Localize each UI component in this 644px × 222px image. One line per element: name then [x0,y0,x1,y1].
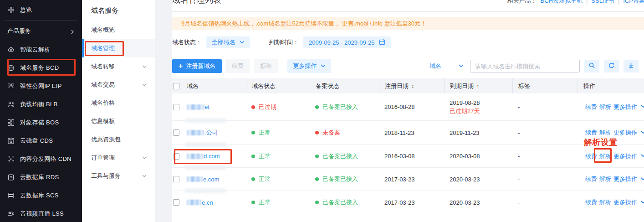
resolve-link[interactable]: 解析 [599,175,611,183]
renew-link[interactable]: 续费 [585,198,597,207]
renew-link[interactable]: 续费 [585,175,597,183]
card-header: 域名管理列表 相关产品： BCH云虚拟主机 | SSL证书 | ICP备案 [172,0,644,12]
status-dot [315,155,319,158]
sidebar-item-rds[interactable]: 云数据库 RDS [0,168,82,186]
row-checkbox[interactable] [173,129,179,136]
menu-item-domain-overview[interactable]: 域名概览 [82,21,155,39]
select-all-checkbox[interactable] [173,83,179,89]
search-category-select[interactable]: 域名 [425,62,470,70]
sort-icon[interactable]: ↕ [411,83,414,89]
status-dot [251,105,255,109]
more-actions-link[interactable]: 更多操作 [613,175,637,183]
renew-link[interactable]: 续费 [585,103,597,111]
sidebar-item-dns[interactable]: 智能云解析 [0,41,82,59]
column-header-reg-date: 注册日期 [385,82,409,90]
more-actions-link[interactable]: 更多操作 [613,152,637,160]
chevron-down-icon[interactable] [639,129,644,136]
chevron-down-icon[interactable] [639,176,644,183]
disk-icon [7,137,15,145]
refresh-icon [608,62,615,70]
chevron-down-icon[interactable] [639,199,644,206]
menu-item-domain-price[interactable]: 域名价格 [82,94,155,112]
row-checkbox[interactable] [173,199,179,206]
sidebar-item-blb[interactable]: 负载均衡 BLB [0,95,82,114]
related-link-icp[interactable]: ICP备案 [623,0,644,5]
renew-link[interactable]: 续费 [585,152,597,160]
expired-note: 已过期27天 [450,107,512,115]
table-row: et 已过期 已备案已接入 2016-08-28 2019-08-28 已过期2… [172,93,644,121]
column-header-tag: 标签 [518,82,530,90]
storage-grid-icon [7,119,15,126]
chevron-down-icon [142,82,147,88]
chevron-down-icon[interactable] [639,103,644,110]
resolve-link[interactable]: 解析 [599,103,611,111]
more-actions-link[interactable]: 更多操作 [613,103,637,111]
chevron-right-icon [70,29,75,33]
expire-date-cell: 2019-08-28 已过期27天 [444,99,512,115]
more-actions-dropdown[interactable]: 更多操作 [287,59,331,73]
renew-button[interactable]: 续费 [225,59,250,73]
page-title: 域名管理列表 [172,0,221,5]
search-icon [588,62,595,70]
app-window: 总览 产品服务 智能云解析 域名服务 BCD 弹性公网IP EIP [0,0,644,222]
domain-link[interactable]: e.cn [187,199,213,206]
tag-button[interactable]: 标签 [254,59,278,73]
status-dot [251,155,255,158]
chevron-down-icon[interactable] [639,153,644,160]
expiry-date-range-picker[interactable]: 2009-09-25 - 2029-09-25 [303,36,391,48]
related-products: 相关产品： BCH云虚拟主机 | SSL证书 | ICP备案 [507,0,644,5]
menu-item-info-template[interactable]: 信息模板 [82,112,155,130]
related-link-ssl[interactable]: SSL证书 [591,0,614,5]
more-actions-link[interactable]: 更多操作 [613,198,637,207]
menu-item-coupon-package[interactable]: 优惠资源包 [82,130,155,149]
chevron-down-icon [142,155,147,161]
menu-item-order-manage[interactable]: 订单管理 [82,149,155,167]
status-badge: 已过期 [259,103,276,111]
reg-date: 2016-08-28 [379,103,444,110]
renew-link[interactable]: 续费 [585,129,597,137]
search-input[interactable] [470,60,580,72]
icp-status-badge: 已备案已接入 [322,152,358,160]
more-actions-link[interactable]: 更多操作 [613,129,637,137]
sidebar-item-scs[interactable]: 云数据库 SCS [0,186,82,205]
sidebar-item-lss[interactable]: 音视频直播 LSS [0,205,82,222]
sidebar-item-bcd[interactable]: 域名服务 BCD [0,59,82,77]
menu-item-domain-transfer[interactable]: 域名转移 [82,57,155,76]
domain-link[interactable]: .公司 [187,129,218,137]
menu-item-tools-services[interactable]: 工具与服务 [82,167,155,185]
status-dot [315,131,319,134]
sidebar-item-overview[interactable]: 总览 [0,1,82,19]
row-checkbox[interactable] [173,176,179,182]
row-checkbox[interactable] [173,153,179,160]
download-button[interactable] [624,60,639,72]
search-button[interactable] [584,60,599,72]
tag-value: - [512,199,578,206]
status-badge: 正常 [259,198,271,207]
domain-link[interactable]: d.com [187,153,220,160]
resolve-link[interactable]: 解析 [599,198,611,207]
menu-item-domain-trade[interactable]: 域名交易 [82,76,155,94]
sidebar-item-bos[interactable]: 对象存储 BOS [0,114,82,132]
row-checkbox[interactable] [173,104,179,110]
refresh-button[interactable] [604,60,619,72]
sort-up-icon[interactable]: ↑ [476,83,479,89]
domain-link[interactable]: et [187,103,210,110]
sidebar-item-eip[interactable]: 弹性公网IP EIP [0,77,82,95]
column-header-icp-status: 备案状态 [316,82,339,90]
sidebar-item-cdn[interactable]: 内容分发网络 CDN [0,150,82,168]
menu-item-domain-manage[interactable]: 域名管理 [82,39,155,57]
status-filter-select[interactable]: 全部域名 [206,36,250,48]
sidebar-item-cds[interactable]: 云磁盘 CDS [0,132,82,150]
table-row: .公司 正常 未备案 2018-11-23 2019-11-23 - 续费 解析… [172,121,644,145]
icp-status-badge: 未备案 [322,129,340,137]
column-header-expire-date: 到期日期 [450,82,474,90]
status-badge: 正常 [259,129,271,137]
register-domain-button[interactable]: + 注册新域名 [172,59,222,73]
resolve-link[interactable]: 解析 [599,129,611,137]
promo-banner: 9月域名促销热潮火热上线，.com域名新注52元持续不限量， 更有.mobi /… [172,17,644,30]
related-link-bch[interactable]: BCH云虚拟主机 [541,0,583,5]
sidebar-item-product-services[interactable]: 产品服务 [0,21,82,41]
domain-link[interactable]: e.com [187,176,219,183]
resolve-link[interactable]: 解析 [599,152,611,160]
reg-date: 2017-03-23 [379,176,444,183]
